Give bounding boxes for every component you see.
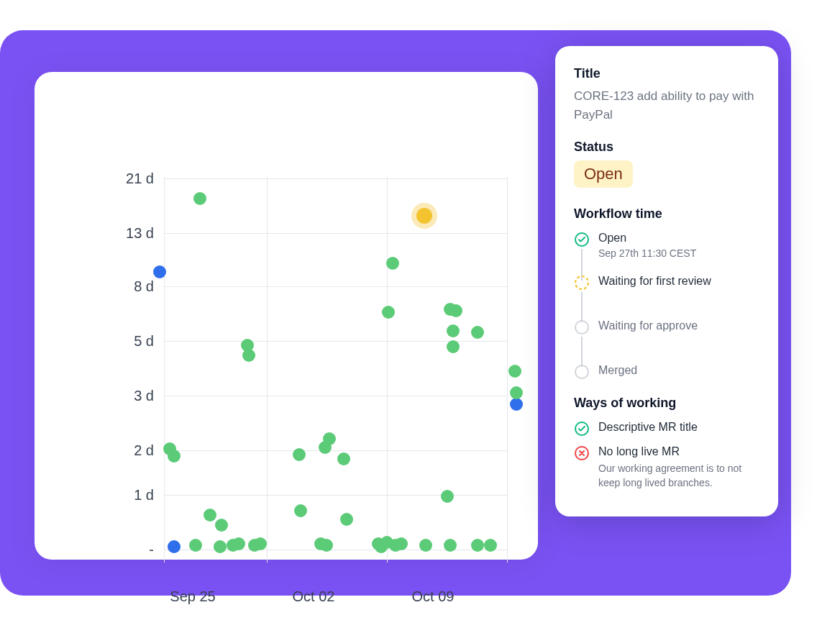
y-tick-0: - xyxy=(105,542,154,558)
data-point[interactable] xyxy=(471,326,484,339)
svg-point-1 xyxy=(575,276,588,289)
data-point[interactable] xyxy=(340,513,353,526)
y-tick-1d: 1 d xyxy=(105,487,154,504)
empty-circle-icon xyxy=(574,364,590,380)
data-point[interactable] xyxy=(293,448,306,461)
data-point[interactable] xyxy=(382,306,395,319)
data-point[interactable] xyxy=(419,539,432,552)
data-point[interactable] xyxy=(215,519,228,532)
data-point[interactable] xyxy=(444,539,457,552)
wow-item-no-long-live: No long live MR Our working agreement is… xyxy=(574,445,759,491)
empty-circle-icon xyxy=(574,319,590,335)
data-point[interactable] xyxy=(395,537,408,550)
data-point[interactable] xyxy=(189,539,202,552)
data-point[interactable] xyxy=(447,340,460,353)
workflow-step-title: Open xyxy=(598,232,759,245)
x-tick-oct09: Oct 09 xyxy=(412,588,455,605)
workflow-step-title: Waiting for approve xyxy=(598,319,759,332)
workflow-time-label: Workflow time xyxy=(574,206,759,222)
data-point[interactable] xyxy=(204,509,216,522)
workflow-step-title: Merged xyxy=(598,364,759,377)
data-point[interactable] xyxy=(386,257,399,270)
data-point[interactable] xyxy=(484,539,497,552)
data-point[interactable] xyxy=(232,537,245,550)
y-tick-13d: 13 d xyxy=(105,225,154,242)
x-circle-icon xyxy=(574,445,590,461)
y-tick-8d: 8 d xyxy=(105,278,154,295)
status-label: Status xyxy=(574,140,759,155)
y-tick-2d: 2 d xyxy=(105,442,154,459)
data-point[interactable] xyxy=(214,540,227,553)
data-point-selected[interactable] xyxy=(416,208,432,224)
data-point[interactable] xyxy=(441,490,454,503)
data-point[interactable] xyxy=(323,432,336,445)
svg-point-3 xyxy=(575,365,588,378)
data-point[interactable] xyxy=(471,539,484,552)
data-point[interactable] xyxy=(510,386,523,399)
data-point[interactable] xyxy=(449,304,462,317)
x-tick-sep25: Sep 25 xyxy=(170,588,215,605)
title-label: Title xyxy=(574,66,759,81)
workflow-step-open: Open Sep 27th 11:30 CEST xyxy=(574,232,759,272)
data-point[interactable] xyxy=(168,450,181,463)
svg-point-2 xyxy=(575,321,588,334)
dashed-circle-icon xyxy=(574,275,590,291)
wow-item-descriptive-title: Descriptive MR title xyxy=(574,421,759,437)
data-point[interactable] xyxy=(320,539,333,552)
y-tick-21d: 21 d xyxy=(105,170,154,187)
data-point[interactable] xyxy=(337,452,350,465)
x-tick-oct02: Oct 02 xyxy=(293,588,335,605)
status-badge: Open xyxy=(574,160,633,188)
wow-item-description: Our working agreement is to not keep lon… xyxy=(598,461,759,491)
data-point[interactable] xyxy=(254,537,267,550)
data-point-blue[interactable] xyxy=(153,265,166,278)
wow-item-title: No long live MR xyxy=(598,445,759,458)
data-point-blue[interactable] xyxy=(510,398,523,411)
data-point[interactable] xyxy=(193,192,206,205)
workflow-step-first-review: Waiting for first review xyxy=(574,275,759,316)
check-circle-icon xyxy=(574,232,590,247)
plot-area xyxy=(164,177,508,563)
mr-detail-card: Title CORE-123 add ability to pay with P… xyxy=(555,46,778,516)
check-circle-icon xyxy=(574,421,590,437)
y-tick-3d: 3 d xyxy=(105,388,154,404)
data-point[interactable] xyxy=(447,324,460,337)
data-point-blue[interactable] xyxy=(168,540,181,553)
cycle-time-chart-card: 21 d 13 d 8 d 5 d 3 d 2 d 1 d - Sep 25 O… xyxy=(35,72,538,560)
data-point[interactable] xyxy=(294,504,307,517)
data-point[interactable] xyxy=(242,349,255,362)
y-tick-5d: 5 d xyxy=(105,333,154,350)
workflow-step-merged: Merged xyxy=(574,364,759,393)
title-value: CORE-123 add ability to pay with PayPal xyxy=(574,87,759,124)
workflow-timeline: Open Sep 27th 11:30 CEST Waiting for fir… xyxy=(574,232,759,393)
ways-of-working-label: Ways of working xyxy=(574,396,759,411)
workflow-step-time: Sep 27th 11:30 CEST xyxy=(598,247,759,259)
workflow-step-title: Waiting for first review xyxy=(598,275,759,288)
wow-item-title: Descriptive MR title xyxy=(598,421,759,434)
workflow-step-approve: Waiting for approve xyxy=(574,319,759,361)
data-point[interactable] xyxy=(508,365,521,378)
